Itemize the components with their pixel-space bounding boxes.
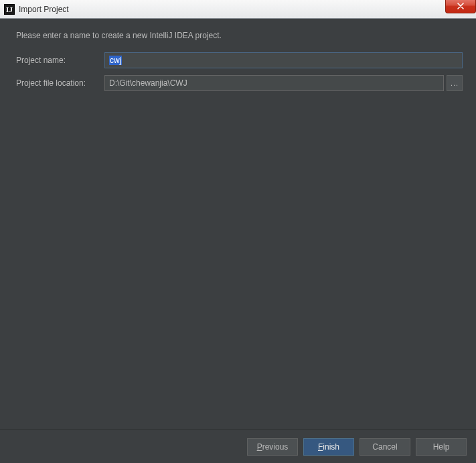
button-bar: Previous Finish Cancel Help <box>0 429 476 463</box>
cancel-button[interactable]: Cancel <box>360 438 410 456</box>
project-location-row: Project file location: ... <box>16 75 463 91</box>
import-project-window: IJ Import Project Please enter a name to… <box>0 0 476 463</box>
dialog-content: Please enter a name to create a new Inte… <box>0 19 476 429</box>
instruction-text: Please enter a name to create a new Inte… <box>16 31 463 40</box>
project-name-row: Project name: cwj <box>16 52 463 68</box>
close-icon <box>457 3 464 9</box>
window-title: Import Project <box>19 5 69 14</box>
finish-button[interactable]: Finish <box>303 438 354 456</box>
browse-button[interactable]: ... <box>447 75 463 91</box>
project-name-input[interactable]: cwj <box>104 52 463 68</box>
help-button[interactable]: Help <box>416 438 467 456</box>
previous-button[interactable]: Previous <box>247 438 298 456</box>
titlebar: IJ Import Project <box>0 0 476 19</box>
app-icon: IJ <box>4 4 15 15</box>
project-location-label: Project file location: <box>16 78 104 88</box>
project-name-label: Project name: <box>16 56 104 65</box>
close-button[interactable] <box>445 0 476 13</box>
project-name-value: cwj <box>109 56 122 65</box>
project-location-input[interactable] <box>104 75 444 91</box>
spacer <box>16 98 463 429</box>
